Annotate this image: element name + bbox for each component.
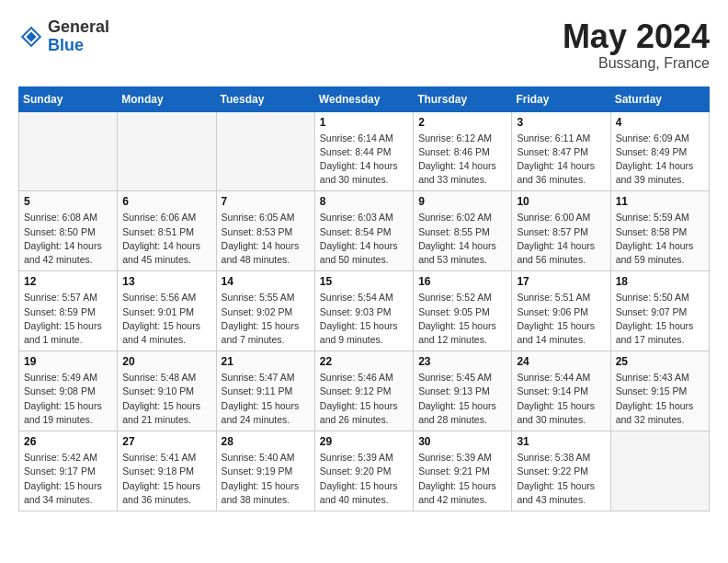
day-number: 28 (222, 435, 310, 448)
day-number: 12 (24, 275, 112, 288)
col-header-thursday: Thursday (414, 86, 512, 111)
day-info: Sunrise: 5:45 AMSunset: 9:13 PMDaylight:… (418, 371, 506, 427)
day-number: 14 (222, 275, 310, 288)
day-number: 16 (418, 275, 506, 288)
day-info: Sunrise: 5:55 AMSunset: 9:02 PMDaylight:… (222, 291, 310, 347)
day-info: Sunrise: 5:48 AMSunset: 9:10 PMDaylight:… (122, 371, 210, 427)
day-info: Sunrise: 6:05 AMSunset: 8:53 PMDaylight:… (222, 211, 310, 267)
col-header-monday: Monday (118, 86, 216, 111)
day-info: Sunrise: 5:47 AMSunset: 9:11 PMDaylight:… (222, 371, 310, 427)
day-number: 21 (222, 355, 310, 368)
day-cell: 8Sunrise: 6:03 AMSunset: 8:54 PMDaylight… (314, 191, 413, 271)
day-cell: 26Sunrise: 5:42 AMSunset: 9:17 PMDayligh… (19, 431, 118, 511)
day-number: 11 (616, 195, 704, 208)
day-info: Sunrise: 5:39 AMSunset: 9:21 PMDaylight:… (418, 451, 506, 507)
day-cell: 22Sunrise: 5:46 AMSunset: 9:12 PMDayligh… (314, 351, 413, 431)
day-info: Sunrise: 5:54 AMSunset: 9:03 PMDaylight:… (320, 291, 408, 347)
day-cell: 4Sunrise: 6:09 AMSunset: 8:49 PMDaylight… (610, 111, 709, 191)
day-info: Sunrise: 5:38 AMSunset: 9:22 PMDaylight:… (517, 451, 605, 507)
day-number: 17 (517, 275, 605, 288)
day-number: 9 (418, 195, 506, 208)
day-cell: 13Sunrise: 5:56 AMSunset: 9:01 PMDayligh… (118, 271, 216, 351)
day-cell: 28Sunrise: 5:40 AMSunset: 9:19 PMDayligh… (216, 431, 314, 511)
location-title: Bussang, France (563, 55, 710, 72)
day-cell: 20Sunrise: 5:48 AMSunset: 9:10 PMDayligh… (118, 351, 216, 431)
week-row-2: 5Sunrise: 6:08 AMSunset: 8:50 PMDaylight… (19, 191, 710, 271)
day-cell: 16Sunrise: 5:52 AMSunset: 9:05 PMDayligh… (414, 271, 512, 351)
day-cell: 3Sunrise: 6:11 AMSunset: 8:47 PMDaylight… (512, 111, 610, 191)
day-cell (118, 111, 216, 191)
day-cell: 9Sunrise: 6:02 AMSunset: 8:55 PMDaylight… (414, 191, 512, 271)
day-info: Sunrise: 5:51 AMSunset: 9:06 PMDaylight:… (517, 291, 605, 347)
day-info: Sunrise: 6:08 AMSunset: 8:50 PMDaylight:… (24, 211, 112, 267)
week-row-1: 1Sunrise: 6:14 AMSunset: 8:44 PMDaylight… (19, 111, 710, 191)
day-info: Sunrise: 5:59 AMSunset: 8:58 PMDaylight:… (616, 211, 704, 267)
day-info: Sunrise: 5:57 AMSunset: 8:59 PMDaylight:… (24, 291, 112, 347)
day-number: 29 (320, 435, 408, 448)
day-number: 1 (320, 116, 408, 129)
day-number: 7 (222, 195, 310, 208)
col-header-tuesday: Tuesday (216, 86, 314, 111)
day-info: Sunrise: 6:02 AMSunset: 8:55 PMDaylight:… (418, 211, 506, 267)
day-number: 25 (616, 355, 704, 368)
day-number: 4 (616, 116, 704, 129)
logo-blue: Blue (48, 37, 109, 55)
day-info: Sunrise: 5:52 AMSunset: 9:05 PMDaylight:… (418, 291, 506, 347)
calendar-table: SundayMondayTuesdayWednesdayThursdayFrid… (18, 86, 710, 511)
day-info: Sunrise: 5:44 AMSunset: 9:14 PMDaylight:… (517, 371, 605, 427)
day-number: 22 (320, 355, 408, 368)
day-cell: 27Sunrise: 5:41 AMSunset: 9:18 PMDayligh… (118, 431, 216, 511)
day-number: 5 (24, 195, 112, 208)
day-number: 27 (122, 435, 210, 448)
day-cell: 5Sunrise: 6:08 AMSunset: 8:50 PMDaylight… (19, 191, 118, 271)
day-cell: 12Sunrise: 5:57 AMSunset: 8:59 PMDayligh… (19, 271, 118, 351)
day-info: Sunrise: 5:46 AMSunset: 9:12 PMDaylight:… (320, 371, 408, 427)
day-info: Sunrise: 6:11 AMSunset: 8:47 PMDaylight:… (517, 132, 605, 188)
day-cell: 30Sunrise: 5:39 AMSunset: 9:21 PMDayligh… (414, 431, 512, 511)
day-number: 8 (320, 195, 408, 208)
month-title: May 2024 (563, 18, 710, 55)
day-cell: 31Sunrise: 5:38 AMSunset: 9:22 PMDayligh… (512, 431, 610, 511)
logo: General Blue (18, 18, 109, 55)
day-cell: 10Sunrise: 6:00 AMSunset: 8:57 PMDayligh… (512, 191, 610, 271)
day-cell: 19Sunrise: 5:49 AMSunset: 9:08 PMDayligh… (19, 351, 118, 431)
day-info: Sunrise: 5:49 AMSunset: 9:08 PMDaylight:… (24, 371, 112, 427)
col-header-wednesday: Wednesday (314, 86, 413, 111)
day-cell: 18Sunrise: 5:50 AMSunset: 9:07 PMDayligh… (610, 271, 709, 351)
day-info: Sunrise: 6:14 AMSunset: 8:44 PMDaylight:… (320, 132, 408, 188)
day-number: 15 (320, 275, 408, 288)
day-cell: 7Sunrise: 6:05 AMSunset: 8:53 PMDaylight… (216, 191, 314, 271)
day-cell: 15Sunrise: 5:54 AMSunset: 9:03 PMDayligh… (314, 271, 413, 351)
day-info: Sunrise: 5:39 AMSunset: 9:20 PMDaylight:… (320, 451, 408, 507)
day-number: 2 (418, 116, 506, 129)
title-block: May 2024 Bussang, France (563, 18, 710, 72)
week-row-3: 12Sunrise: 5:57 AMSunset: 8:59 PMDayligh… (19, 271, 710, 351)
day-number: 19 (24, 355, 112, 368)
day-number: 31 (517, 435, 605, 448)
day-number: 13 (122, 275, 210, 288)
day-number: 26 (24, 435, 112, 448)
day-cell (610, 431, 709, 511)
day-info: Sunrise: 5:41 AMSunset: 9:18 PMDaylight:… (122, 451, 210, 507)
day-cell: 14Sunrise: 5:55 AMSunset: 9:02 PMDayligh… (216, 271, 314, 351)
day-number: 24 (517, 355, 605, 368)
day-cell: 21Sunrise: 5:47 AMSunset: 9:11 PMDayligh… (216, 351, 314, 431)
col-header-saturday: Saturday (610, 86, 709, 111)
day-number: 18 (616, 275, 704, 288)
day-cell: 17Sunrise: 5:51 AMSunset: 9:06 PMDayligh… (512, 271, 610, 351)
day-cell: 24Sunrise: 5:44 AMSunset: 9:14 PMDayligh… (512, 351, 610, 431)
day-number: 20 (122, 355, 210, 368)
day-number: 3 (517, 116, 605, 129)
day-number: 6 (122, 195, 210, 208)
col-header-sunday: Sunday (19, 86, 118, 111)
logo-general: General (48, 18, 109, 37)
day-info: Sunrise: 6:09 AMSunset: 8:49 PMDaylight:… (616, 132, 704, 188)
day-info: Sunrise: 6:03 AMSunset: 8:54 PMDaylight:… (320, 211, 408, 267)
day-number: 10 (517, 195, 605, 208)
day-cell: 2Sunrise: 6:12 AMSunset: 8:46 PMDaylight… (414, 111, 512, 191)
day-info: Sunrise: 6:06 AMSunset: 8:51 PMDaylight:… (122, 211, 210, 267)
week-row-4: 19Sunrise: 5:49 AMSunset: 9:08 PMDayligh… (19, 351, 710, 431)
day-info: Sunrise: 5:40 AMSunset: 9:19 PMDaylight:… (222, 451, 310, 507)
day-cell: 11Sunrise: 5:59 AMSunset: 8:58 PMDayligh… (610, 191, 709, 271)
day-cell: 23Sunrise: 5:45 AMSunset: 9:13 PMDayligh… (414, 351, 512, 431)
